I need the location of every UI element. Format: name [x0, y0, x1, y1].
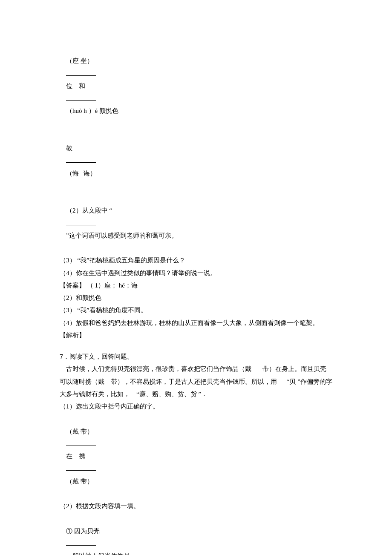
q7-sub-1: （1）选出文段中括号内正确的字。 [60, 400, 332, 413]
q6-answer-3: （3） “我”看杨桃的角度不同。 [60, 304, 332, 316]
text: （2）从文段中 “ [66, 207, 112, 214]
document-page: （座 坐） 位 和 （huò h ）é 颜悦色 教 （悔 诲） （2）从文段中 … [0, 0, 392, 555]
q6-answer-2: （2）和颜悦色 [60, 292, 332, 304]
spacer [60, 342, 332, 350]
blank [66, 539, 96, 546]
q6-sub-2: （2）从文段中 “ ”这个词语可以感受到老师的和蔼可亲。 [60, 192, 332, 254]
q6-explain: 【解析】 [60, 329, 332, 342]
text: 位 和 [66, 83, 87, 89]
blank [66, 156, 96, 163]
text: （座 坐） [66, 58, 93, 64]
text: （戴 带） [66, 478, 93, 485]
blank [66, 219, 96, 225]
q6-sub-3: （3） “我”把杨桃画成五角星的原因是什么？ [60, 254, 332, 267]
text: （戴 带） [66, 428, 95, 435]
q7-paragraph: 古时候，人们觉得贝壳很漂亮，很珍贵，喜欢把它们当作饰品（戴 带）在身上。而且贝壳… [60, 363, 332, 400]
blank [66, 439, 96, 446]
q7-title: 7．阅读下文，回答问题。 [60, 350, 332, 363]
text: ．阅读下文，回答问题。 [63, 353, 133, 360]
q6-answer-1: 【答案】 （ 1）座； hé；诲 [60, 279, 332, 292]
text: 在 携 [66, 453, 87, 460]
q6-sub-4: （4）你在生活中遇到过类似的事情吗？请举例说一说。 [60, 267, 332, 279]
text: （悔 诲） [66, 170, 96, 177]
q6-answer-4: （4）放假和爸爸妈妈去桂林游玩，桂林的山从正面看像一头大象，从侧面看则像一个笔架… [60, 317, 332, 329]
q7-sub-2: （2）根据文段内容填一填。 [60, 500, 332, 512]
text: 教 [66, 145, 72, 152]
text: （huò h ）é 颜悦色 [66, 107, 118, 114]
text: ，所以被人们当作饰品。 [66, 552, 136, 555]
q7-sub-2-item-1: ① 因为贝壳 ，所以被人们当作饰品。 [60, 512, 332, 555]
text: ”这个词语可以感受到老师的和蔼可亲。 [66, 232, 178, 239]
q6-line-2: 教 （悔 诲） [60, 130, 332, 192]
blank [66, 69, 96, 76]
text: ① 因为贝壳 [66, 528, 101, 535]
blank [66, 464, 96, 471]
blank [66, 94, 96, 101]
q7-sub-1-blanks: （戴 带） 在 携 （戴 带） [60, 413, 332, 500]
q6-line-1: （座 坐） 位 和 （huò h ）é 颜悦色 [60, 43, 332, 130]
